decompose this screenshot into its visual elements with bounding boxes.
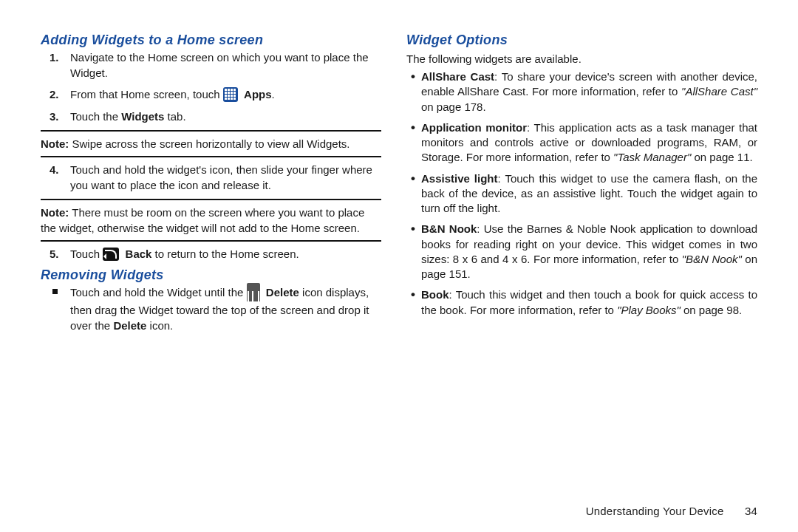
- cross-reference: "B&N Nook": [682, 253, 742, 265]
- back-icon: [103, 248, 119, 261]
- delete-label-1: Delete: [266, 286, 299, 299]
- widget-option-name: AllShare Cast: [421, 70, 494, 83]
- widget-options-list: AllShare Cast: To share your device's sc…: [406, 69, 757, 318]
- delete-trash-icon: [247, 284, 260, 301]
- back-label: Back: [126, 248, 152, 260]
- remove-step: Touch and hold the Widget until the Dele…: [70, 284, 381, 333]
- page-number: 34: [745, 505, 757, 517]
- cross-reference: "AllShare Cast": [681, 85, 757, 98]
- note-1: Note: Swipe across the screen horizontal…: [41, 136, 381, 151]
- page-footer: Understanding Your Device 34: [586, 505, 757, 517]
- step-5: Touch Back to return to the Home screen.: [70, 246, 381, 262]
- step-4: Touch and hold the widget's icon, then s…: [70, 162, 381, 193]
- left-column: Adding Widgets to a Home screen Navigate…: [41, 30, 399, 532]
- step-3: Touch the Widgets tab.: [70, 109, 381, 124]
- step-1: Navigate to the Home screen on which you…: [70, 50, 381, 81]
- right-column: Widget Options The following widgets are…: [399, 30, 757, 532]
- heading-widget-options: Widget Options: [406, 33, 757, 48]
- step-2: From that Home screen, touch Apps.: [70, 86, 381, 103]
- options-intro: The following widgets are available.: [406, 51, 757, 66]
- note-2: Note: There must be room on the screen w…: [41, 205, 381, 236]
- widget-option-item: Application monitor: This application ac…: [421, 120, 757, 166]
- widget-option-name: Application monitor: [421, 121, 527, 134]
- widget-option-item: B&N Nook: Use the Barnes & Noble Nook ap…: [421, 222, 757, 282]
- delete-label-2: Delete: [113, 319, 146, 332]
- divider: [41, 156, 381, 157]
- widget-option-name: B&N Nook: [421, 222, 477, 235]
- divider: [41, 240, 381, 242]
- widget-option-item: Assistive light: Touch this widget to us…: [421, 171, 757, 216]
- widget-option-name: Assistive light: [421, 172, 498, 185]
- heading-adding-widgets: Adding Widgets to a Home screen: [41, 33, 381, 48]
- widget-option-name: Book: [421, 288, 449, 301]
- cross-reference: "Play Books": [617, 304, 681, 316]
- widget-option-item: Book: Touch this widget and then touch a…: [421, 287, 757, 318]
- heading-removing-widgets: Removing Widgets: [41, 267, 381, 283]
- divider: [41, 199, 381, 200]
- widget-option-item: AllShare Cast: To share your device's sc…: [421, 69, 757, 115]
- chapter-title: Understanding Your Device: [586, 505, 724, 517]
- divider: [41, 130, 381, 132]
- cross-reference: "Task Manager": [613, 151, 691, 163]
- apps-grid-icon: [223, 87, 238, 102]
- apps-label: Apps: [244, 88, 272, 100]
